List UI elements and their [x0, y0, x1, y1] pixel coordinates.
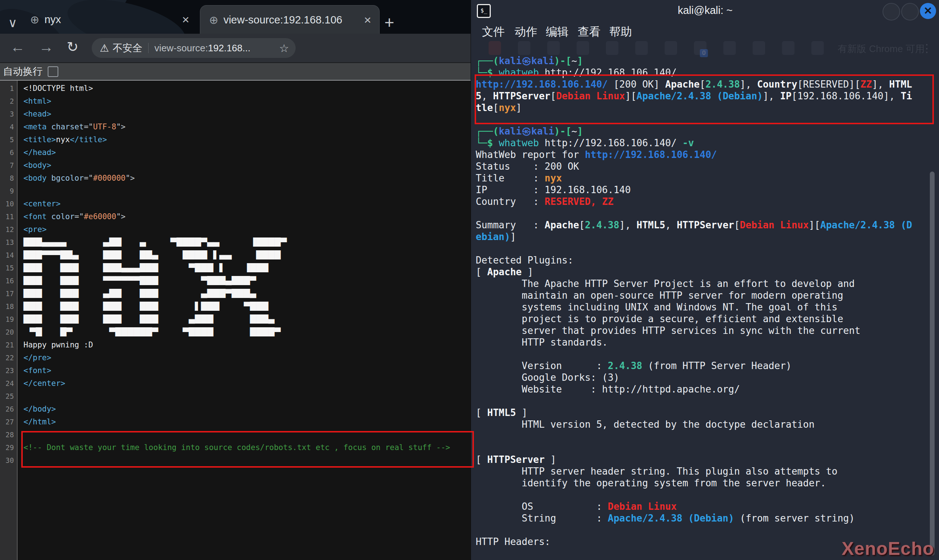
tab-close-icon[interactable]: ×	[364, 13, 371, 27]
line-number: 9	[0, 185, 18, 197]
source-line: 6</head>	[0, 146, 470, 159]
terminal-line: Version : 2.4.38 (from HTTP Server Heade…	[476, 360, 791, 372]
source-line: 2<html>	[0, 95, 470, 108]
browser-toolbar: ← → ↻ ⚠ 不安全 view-source: 192.168... ☆	[0, 34, 470, 62]
ghost-extension-icon	[606, 41, 618, 55]
terminal-menu-item[interactable]: 文件	[482, 24, 505, 40]
line-number: 24	[0, 377, 18, 390]
tab-view-source[interactable]: ⊕ view-source:192.168.106 ×	[200, 5, 379, 34]
back-button[interactable]: ←	[10, 39, 25, 55]
terminal-line: Country : RESERVED, ZZ	[476, 196, 614, 208]
tab-nyx[interactable]: ⊕ nyx ×	[21, 5, 197, 34]
ghost-extension-icon	[782, 41, 794, 55]
url-text: 192.168...	[208, 43, 251, 54]
security-warning-icon[interactable]: ⚠	[100, 42, 109, 54]
browser-ghost-through-transparency: 有新版 Chrome 可用 ⋮ 0	[471, 41, 939, 55]
terminal-line: maintain an open-source HTTP server for …	[476, 289, 843, 301]
new-tab-button[interactable]: +	[384, 12, 394, 32]
terminal-title: kali@kali: ~	[471, 5, 939, 17]
terminal-line: Detected Plugins:	[476, 254, 573, 266]
source-line: 12<pre>	[0, 223, 470, 236]
globe-icon: ⊕	[30, 13, 39, 26]
terminal-line: server that provides HTTP services in sy…	[476, 325, 860, 337]
ghost-extension-icon	[577, 41, 589, 55]
terminal-line: Google Dorks: (3)	[476, 372, 619, 383]
terminal-line: project is to provide a secure, efficien…	[476, 313, 843, 325]
overflow-menu-ghost-icon: ⋮	[921, 42, 933, 55]
screen: ∨ ⊕ nyx × ⊕ view-source:192.168.106 × + …	[0, 0, 939, 560]
line-number: 14	[0, 249, 18, 262]
terminal-menu-item[interactable]: 查看	[578, 24, 600, 40]
line-number: 15	[0, 262, 18, 274]
bookmark-star-icon[interactable]: ☆	[279, 42, 289, 55]
source-line: 4<meta charset="UTF-8">	[0, 121, 470, 134]
terminal-line: ebian)]	[476, 231, 516, 243]
line-number: 2	[0, 95, 18, 108]
line-number: 22	[0, 351, 18, 364]
line-number: 10	[0, 197, 18, 210]
source-line: 9	[0, 185, 470, 197]
word-wrap-checkbox[interactable]	[48, 66, 58, 77]
line-number: 13	[0, 236, 18, 249]
source-line: 26</body>	[0, 403, 470, 415]
address-bar[interactable]: ⚠ 不安全 view-source: 192.168... ☆	[92, 38, 296, 58]
terminal-line: [ Apache ]	[476, 266, 533, 278]
maximize-button[interactable]	[901, 3, 919, 20]
terminal-scrollbar[interactable]	[930, 172, 934, 555]
tab-close-icon[interactable]: ×	[182, 12, 189, 27]
source-line: 1<!DOCTYPE html>	[0, 82, 470, 95]
browser-window: ∨ ⊕ nyx × ⊕ view-source:192.168.106 × + …	[0, 0, 470, 560]
terminal-line: IP : 192.168.106.140	[476, 184, 631, 196]
line-number: 12	[0, 223, 18, 236]
line-number: 30	[0, 454, 18, 467]
source-line: 23<font>	[0, 364, 470, 377]
source-line: 20 ▀█ █▀ ▀██████▀ ▀████ ████▀	[0, 326, 470, 338]
terminal-titlebar[interactable]: $_ kali@kali: ~ ✕	[471, 0, 939, 21]
source-line: 27</html>	[0, 415, 470, 428]
view-source-content[interactable]: 1<!DOCTYPE html>2<html>3<head>4<meta cha…	[0, 81, 470, 560]
source-line: 10<center>	[0, 197, 470, 210]
ghost-badge: 0	[700, 49, 708, 57]
source-line: 8<body bgcolor="#000000">	[0, 172, 470, 185]
terminal-line: ┌──(kali㉿kali)-[~]	[476, 125, 583, 137]
annotation-box-whatweb-output	[475, 74, 934, 124]
globe-icon: ⊕	[209, 14, 218, 26]
terminal-menu-item[interactable]: 帮助	[609, 24, 632, 40]
forward-button[interactable]: →	[39, 39, 54, 55]
source-line: 25	[0, 390, 470, 403]
omnibox-divider	[148, 43, 148, 53]
close-button[interactable]: ✕	[920, 3, 936, 19]
terminal-line: Status : 200 OK	[476, 160, 579, 172]
line-number: 25	[0, 390, 18, 403]
line-number: 16	[0, 274, 18, 287]
line-number: 28	[0, 428, 18, 441]
tab-label: nyx	[45, 14, 61, 26]
terminal-line: Title : nyx	[476, 172, 562, 184]
source-line: 17███ ███ ▄██ ███ ▄███▀███▄	[0, 287, 470, 300]
terminal-line: HTTP standards.	[476, 337, 608, 348]
url-scheme: view-source:	[154, 43, 208, 54]
source-line: 3<head>	[0, 108, 470, 121]
terminal-line: ┌──(kali㉿kali)-[~]	[476, 55, 583, 67]
terminal-line: HTML version 5, detected by the doctype …	[476, 418, 815, 430]
terminal-menu-item[interactable]: 动作	[515, 24, 537, 40]
word-wrap-bar: 自动换行	[0, 62, 470, 81]
ghost-extension-icon	[635, 41, 648, 55]
reload-button[interactable]: ↻	[67, 39, 79, 55]
terminal-line: HTTP Headers:	[476, 536, 550, 548]
line-number: 5	[0, 134, 18, 146]
ghost-extension-icon	[489, 41, 501, 55]
line-number: 21	[0, 338, 18, 351]
line-number: 8	[0, 172, 18, 185]
tab-search-chevron-icon[interactable]: ∨	[8, 15, 17, 30]
minimize-button[interactable]	[882, 3, 900, 20]
terminal-line: Summary : Apache[2.4.38], HTML5, HTTPSer…	[476, 219, 912, 231]
source-line: 14███▀▀▀██▄ ███ ██▄ ████ ▌▄▄ ████	[0, 249, 470, 262]
ghost-extension-icon	[665, 41, 677, 55]
terminal-line: String : Apache/2.4.38 (Debian) (from se…	[476, 512, 855, 524]
security-label[interactable]: 不安全	[113, 42, 142, 55]
source-line: 16███ ███ ▀▀▀▀▀▀███ ▀███▄███▀	[0, 274, 470, 287]
terminal-line: [ HTML5 ]	[476, 407, 527, 418]
terminal-menu-item[interactable]: 编辑	[546, 24, 569, 40]
ghost-extension-icon	[811, 41, 824, 55]
